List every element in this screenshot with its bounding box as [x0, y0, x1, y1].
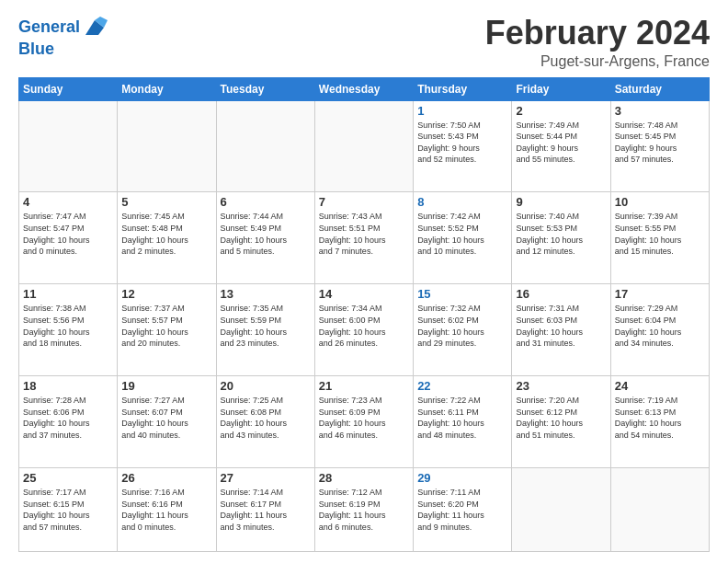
logo: General Blue: [18, 15, 108, 59]
cell-info: Sunrise: 7:12 AMSunset: 6:19 PMDaylight:…: [319, 487, 409, 533]
calendar-cell: 3Sunrise: 7:48 AMSunset: 5:45 PMDaylight…: [610, 100, 709, 192]
day-number: 22: [417, 379, 507, 393]
cell-info: Sunrise: 7:34 AMSunset: 6:00 PMDaylight:…: [319, 303, 409, 349]
calendar-week-row: 18Sunrise: 7:28 AMSunset: 6:06 PMDayligh…: [19, 376, 710, 468]
cell-info: Sunrise: 7:42 AMSunset: 5:52 PMDaylight:…: [417, 211, 507, 257]
day-number: 21: [319, 379, 409, 393]
day-number: 29: [417, 471, 507, 485]
weekday-header: Sunday: [19, 77, 118, 100]
calendar-cell: 13Sunrise: 7:35 AMSunset: 5:59 PMDayligh…: [216, 284, 314, 376]
calendar-cell: 25Sunrise: 7:17 AMSunset: 6:15 PMDayligh…: [19, 468, 118, 552]
calendar-cell: 6Sunrise: 7:44 AMSunset: 5:49 PMDaylight…: [216, 192, 314, 284]
calendar-title: February 2024: [485, 15, 710, 52]
day-number: 20: [221, 379, 311, 393]
logo-icon: [82, 15, 108, 40]
cell-info: Sunrise: 7:27 AMSunset: 6:07 PMDaylight:…: [121, 395, 211, 441]
day-number: 12: [121, 287, 211, 301]
calendar-cell: [314, 100, 413, 192]
cell-info: Sunrise: 7:35 AMSunset: 5:59 PMDaylight:…: [221, 303, 311, 349]
day-number: 2: [516, 104, 606, 118]
day-number: 8: [417, 195, 507, 209]
day-number: 14: [319, 287, 409, 301]
calendar-cell: 22Sunrise: 7:22 AMSunset: 6:11 PMDayligh…: [414, 376, 512, 468]
calendar-cell: 24Sunrise: 7:19 AMSunset: 6:13 PMDayligh…: [610, 376, 709, 468]
day-number: 4: [23, 195, 113, 209]
calendar-cell: 1Sunrise: 7:50 AMSunset: 5:43 PMDaylight…: [414, 100, 512, 192]
day-number: 13: [221, 287, 311, 301]
header-row: SundayMondayTuesdayWednesdayThursdayFrid…: [19, 77, 710, 100]
calendar-cell: 8Sunrise: 7:42 AMSunset: 5:52 PMDaylight…: [414, 192, 512, 284]
weekday-header: Saturday: [610, 77, 709, 100]
weekday-header: Monday: [118, 77, 216, 100]
calendar-cell: 15Sunrise: 7:32 AMSunset: 6:02 PMDayligh…: [414, 284, 512, 376]
cell-info: Sunrise: 7:22 AMSunset: 6:11 PMDaylight:…: [417, 395, 507, 441]
day-number: 3: [615, 104, 705, 118]
calendar-cell: 21Sunrise: 7:23 AMSunset: 6:09 PMDayligh…: [314, 376, 413, 468]
calendar-cell: 4Sunrise: 7:47 AMSunset: 5:47 PMDaylight…: [19, 192, 118, 284]
day-number: 10: [615, 195, 705, 209]
cell-info: Sunrise: 7:50 AMSunset: 5:43 PMDaylight:…: [417, 120, 507, 166]
calendar-cell: 27Sunrise: 7:14 AMSunset: 6:17 PMDayligh…: [216, 468, 314, 552]
day-number: 18: [23, 379, 113, 393]
cell-info: Sunrise: 7:14 AMSunset: 6:17 PMDaylight:…: [221, 487, 311, 533]
day-number: 15: [417, 287, 507, 301]
calendar-cell: 19Sunrise: 7:27 AMSunset: 6:07 PMDayligh…: [118, 376, 216, 468]
calendar-subtitle: Puget-sur-Argens, France: [485, 53, 710, 70]
cell-info: Sunrise: 7:39 AMSunset: 5:55 PMDaylight:…: [615, 211, 705, 257]
logo-text: General: [18, 18, 80, 37]
cell-info: Sunrise: 7:44 AMSunset: 5:49 PMDaylight:…: [221, 211, 311, 257]
weekday-header: Friday: [512, 77, 610, 100]
weekday-header: Thursday: [414, 77, 512, 100]
calendar-week-row: 11Sunrise: 7:38 AMSunset: 5:56 PMDayligh…: [19, 284, 710, 376]
calendar-cell: 10Sunrise: 7:39 AMSunset: 5:55 PMDayligh…: [610, 192, 709, 284]
cell-info: Sunrise: 7:11 AMSunset: 6:20 PMDaylight:…: [417, 487, 507, 533]
calendar-cell: 28Sunrise: 7:12 AMSunset: 6:19 PMDayligh…: [314, 468, 413, 552]
calendar-cell: 20Sunrise: 7:25 AMSunset: 6:08 PMDayligh…: [216, 376, 314, 468]
calendar-cell: 7Sunrise: 7:43 AMSunset: 5:51 PMDaylight…: [314, 192, 413, 284]
day-number: 24: [615, 379, 705, 393]
day-number: 25: [23, 471, 113, 485]
calendar-cell: 17Sunrise: 7:29 AMSunset: 6:04 PMDayligh…: [610, 284, 709, 376]
cell-info: Sunrise: 7:49 AMSunset: 5:44 PMDaylight:…: [516, 120, 606, 166]
cell-info: Sunrise: 7:47 AMSunset: 5:47 PMDaylight:…: [23, 211, 113, 257]
calendar-cell: [512, 468, 610, 552]
day-number: 11: [23, 287, 113, 301]
cell-info: Sunrise: 7:17 AMSunset: 6:15 PMDaylight:…: [23, 487, 113, 533]
cell-info: Sunrise: 7:37 AMSunset: 5:57 PMDaylight:…: [121, 303, 211, 349]
calendar-cell: 14Sunrise: 7:34 AMSunset: 6:00 PMDayligh…: [314, 284, 413, 376]
calendar-week-row: 1Sunrise: 7:50 AMSunset: 5:43 PMDaylight…: [19, 100, 710, 192]
day-number: 5: [121, 195, 211, 209]
cell-info: Sunrise: 7:16 AMSunset: 6:16 PMDaylight:…: [121, 487, 211, 533]
day-number: 17: [615, 287, 705, 301]
calendar-cell: [19, 100, 118, 192]
calendar-cell: [610, 468, 709, 552]
day-number: 28: [319, 471, 409, 485]
cell-info: Sunrise: 7:31 AMSunset: 6:03 PMDaylight:…: [516, 303, 606, 349]
cell-info: Sunrise: 7:29 AMSunset: 6:04 PMDaylight:…: [615, 303, 705, 349]
cell-info: Sunrise: 7:20 AMSunset: 6:12 PMDaylight:…: [516, 395, 606, 441]
calendar-cell: 11Sunrise: 7:38 AMSunset: 5:56 PMDayligh…: [19, 284, 118, 376]
calendar-table: SundayMondayTuesdayWednesdayThursdayFrid…: [18, 77, 710, 552]
calendar-cell: [118, 100, 216, 192]
day-number: 6: [221, 195, 311, 209]
cell-info: Sunrise: 7:19 AMSunset: 6:13 PMDaylight:…: [615, 395, 705, 441]
calendar-cell: 16Sunrise: 7:31 AMSunset: 6:03 PMDayligh…: [512, 284, 610, 376]
cell-info: Sunrise: 7:23 AMSunset: 6:09 PMDaylight:…: [319, 395, 409, 441]
day-number: 26: [121, 471, 211, 485]
weekday-header: Wednesday: [314, 77, 413, 100]
cell-info: Sunrise: 7:28 AMSunset: 6:06 PMDaylight:…: [23, 395, 113, 441]
day-number: 9: [516, 195, 606, 209]
cell-info: Sunrise: 7:45 AMSunset: 5:48 PMDaylight:…: [121, 211, 211, 257]
logo-text2: Blue: [18, 40, 108, 59]
calendar-cell: 23Sunrise: 7:20 AMSunset: 6:12 PMDayligh…: [512, 376, 610, 468]
day-number: 1: [417, 104, 507, 118]
day-number: 7: [319, 195, 409, 209]
header: General Blue February 2024 Puget-sur-Arg…: [18, 15, 710, 70]
calendar-cell: 12Sunrise: 7:37 AMSunset: 5:57 PMDayligh…: [118, 284, 216, 376]
title-block: February 2024 Puget-sur-Argens, France: [485, 15, 710, 70]
calendar-cell: 29Sunrise: 7:11 AMSunset: 6:20 PMDayligh…: [414, 468, 512, 552]
calendar-cell: 18Sunrise: 7:28 AMSunset: 6:06 PMDayligh…: [19, 376, 118, 468]
cell-info: Sunrise: 7:25 AMSunset: 6:08 PMDaylight:…: [221, 395, 311, 441]
page: General Blue February 2024 Puget-sur-Arg…: [0, 0, 728, 563]
cell-info: Sunrise: 7:40 AMSunset: 5:53 PMDaylight:…: [516, 211, 606, 257]
